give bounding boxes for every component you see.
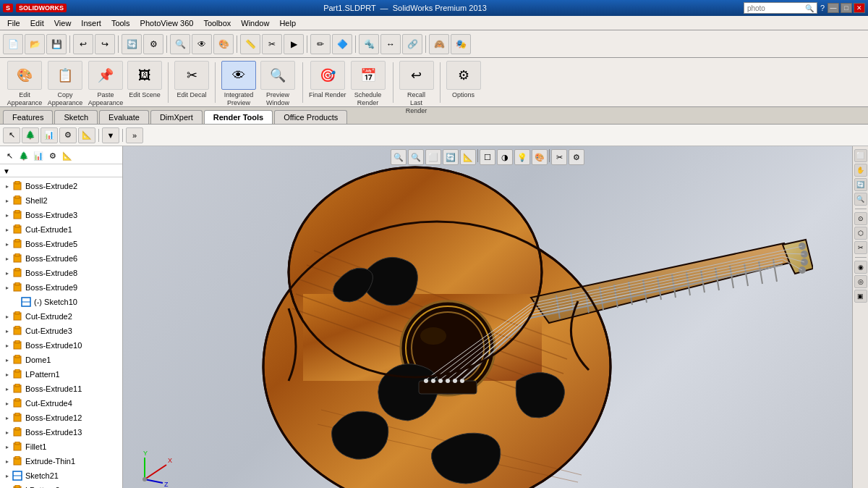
expand-icon[interactable]: ▸ [3,269,12,277]
menu-item-file[interactable]: File [3,17,25,29]
dim-expert-button[interactable]: 📐 [78,127,95,143]
tree-item[interactable]: ▸LPattern2 [0,483,122,488]
zoom-fit-button[interactable]: 🔍 [170,34,190,54]
tree-icon[interactable]: ↖ [3,149,16,162]
relations-button[interactable]: 🔗 [402,34,422,54]
view-cube-button[interactable]: ⬜ [854,149,867,162]
expand-icon[interactable]: ▸ [3,442,12,451]
expand-icon[interactable]: ▸ [3,312,12,321]
zoom-button[interactable]: 🔍 [854,193,867,206]
save-button[interactable]: 💾 [46,34,67,54]
minimize-button[interactable]: — [827,3,839,13]
section-button[interactable]: ✂ [551,149,567,165]
tree-item[interactable]: ▸Boss-Extrude8 [0,266,122,280]
tab-features[interactable]: Features [3,110,53,124]
expand-icon[interactable]: ▸ [3,413,12,422]
simulation-button[interactable]: ▶ [284,34,304,54]
expand-icon[interactable]: ▸ [3,240,12,248]
tree-item[interactable]: ▸Boss-Extrude12 [0,411,122,425]
expand-icon[interactable]: ▸ [3,428,12,437]
config-manager-button[interactable]: ⚙ [59,127,77,143]
menu-item-window[interactable]: Window [237,17,273,29]
tab-evaluate[interactable]: Evaluate [99,110,149,124]
search-input[interactable] [747,4,805,12]
tree-icon[interactable]: 🌲 [17,149,30,162]
edit-scene-button[interactable]: 🖼 [127,61,162,90]
menu-item-toolbox[interactable]: Toolbox [199,17,235,29]
rotate-button[interactable]: 🔄 [443,149,459,165]
tree-item[interactable]: ▸Boss-Extrude10 [0,338,122,353]
zoom-in-button[interactable]: 🔍 [391,149,407,165]
hide-lines-button[interactable]: ◑ [497,149,513,165]
tree-icon[interactable]: 📊 [32,149,45,162]
expand-icon[interactable]: ▸ [3,457,12,466]
feature-tree-button[interactable]: 🌲 [22,127,39,143]
tree-item[interactable]: ▸Boss-Extrude3 [0,208,122,222]
recall-last-render-button[interactable]: ↩ [399,61,434,90]
smart-dimension-button[interactable]: ↔ [380,34,401,54]
tree-item[interactable]: ▸Cut-Extrude4 [0,396,122,411]
expand-icon[interactable]: ▸ [3,356,12,364]
tree-item[interactable]: ▸Cut-Extrude3 [0,324,122,338]
expand-icon[interactable]: ▸ [3,471,12,480]
display-style-button[interactable]: ☐ [480,149,495,165]
filter-button[interactable]: ▼ [102,127,119,143]
edit-appearance-button[interactable]: 🎨 [7,61,42,90]
schedule-render-button[interactable]: 📅 [351,61,386,90]
expand-icon[interactable]: ▸ [3,283,12,292]
property-manager-button[interactable]: 📊 [41,127,58,143]
expand-icon[interactable]: ▸ [3,370,12,379]
tree-item[interactable]: ▸Boss-Extrude6 [0,251,122,266]
menu-item-tools[interactable]: Tools [107,17,135,29]
tab-dimxpert[interactable]: DimXpert [150,110,203,124]
edges-button[interactable]: ▣ [854,290,867,303]
final-render-button[interactable]: 🎯 [310,61,345,90]
copy-appearance-button[interactable]: 📋 [48,61,82,90]
search-icon[interactable]: 🔍 [805,4,814,12]
measure-button[interactable]: 📏 [240,34,260,54]
tree-item[interactable]: ▸Dome1 [0,353,122,367]
feature-tree-sidebar[interactable]: ↖🌲📊⚙📐▼▸Boss-Extrude2▸Shell2▸Boss-Extrude… [0,146,123,488]
paste-appearance-button[interactable]: 📌 [88,61,123,90]
expand-icon[interactable]: ▸ [3,254,12,263]
tree-item[interactable]: ▸Boss-Extrude2 [0,179,122,193]
expand-icon[interactable]: ▸ [3,182,12,190]
tree-item[interactable]: ▸Boss-Extrude9 [0,280,122,295]
help-icon[interactable]: ? [820,4,825,12]
menu-item-insert[interactable]: Insert [77,17,106,29]
tree-item[interactable]: ▸LPattern1 [0,367,122,382]
view-button[interactable]: 👁 [192,34,212,54]
more-button[interactable]: » [126,127,143,143]
tab-render-tools[interactable]: Render Tools [204,110,273,124]
lights-button[interactable]: 💡 [514,149,530,165]
expand-icon[interactable]: ▸ [3,341,12,350]
search-box[interactable]: 🔍 [744,2,817,14]
maximize-button[interactable]: □ [841,3,852,13]
expand-icon[interactable] [12,298,20,306]
appearance-button[interactable]: 🎭 [451,34,471,54]
expand-icon[interactable]: ▸ [3,399,12,408]
tree-item[interactable]: (-) Sketch10 [0,295,122,309]
menu-item-view[interactable]: View [50,17,76,29]
render-options-button[interactable]: ⚙ [446,61,481,90]
normal-to-button[interactable]: ⊙ [854,212,867,225]
redo-button[interactable]: ↪ [95,34,115,54]
expand-icon[interactable]: ▸ [3,384,12,393]
arrow-button[interactable]: ↖ [3,127,20,143]
section-view-button[interactable]: ✂ [262,34,282,54]
expand-icon[interactable]: ▸ [3,196,12,205]
wireframe-button[interactable]: ◎ [854,275,867,288]
expand-icon[interactable]: ▸ [3,225,12,234]
pan-button[interactable]: ✋ [854,164,867,177]
tree-item[interactable]: ▸Extrude-Thin1 [0,454,122,468]
menu-item-help[interactable]: Help [275,17,300,29]
menu-item-photoview-360[interactable]: PhotoView 360 [136,17,198,29]
open-button[interactable]: 📂 [25,34,45,54]
tree-item[interactable]: ▸Boss-Extrude5 [0,237,122,251]
tree-icon[interactable]: ⚙ [46,149,59,162]
tree-item[interactable]: ▸Boss-Extrude11 [0,382,122,396]
sketch-button[interactable]: ✏ [310,34,331,54]
shaded-button[interactable]: ◉ [854,261,867,274]
hide-show-button[interactable]: 🙈 [429,34,449,54]
rotate-3d-button[interactable]: 🔄 [854,178,867,191]
